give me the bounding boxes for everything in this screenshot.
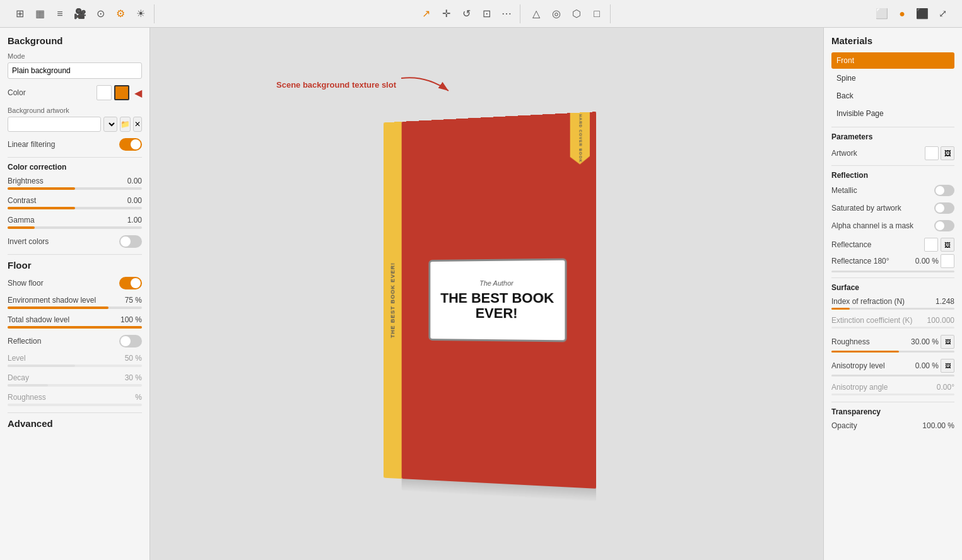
color-swatch-orange[interactable]	[114, 85, 129, 100]
toolbar: ⊞ ▦ ≡ 🎥 ⊙ ⚙ ☀ ↗ ✛ ↺ ⊡ ⋯ △ ◎ ⬡ □ ⬜ ● ⬛ ⤢	[0, 0, 962, 28]
contrast-value: 0.00	[127, 196, 142, 205]
material-item-front[interactable]: Front	[831, 52, 954, 69]
gamma-value: 1.00	[127, 216, 142, 225]
invert-colors-toggle[interactable]	[119, 235, 142, 248]
cursor-icon[interactable]: ↗	[416, 4, 435, 23]
artwork-param-label: Artwork	[831, 149, 857, 158]
settings-icon[interactable]: ⚙	[111, 4, 130, 23]
divider-3	[8, 412, 142, 413]
gamma-label: Gamma	[8, 216, 35, 225]
contrast-fill	[8, 207, 75, 209]
anisotropy-angle-label: Anisotropy angle	[831, 383, 888, 392]
move-icon[interactable]: ✛	[437, 4, 455, 23]
rotate-icon[interactable]: ↺	[457, 4, 476, 23]
book-ribbon-text: HARD COVER BOOK	[570, 112, 589, 165]
total-shadow-label: Total shadow level	[8, 315, 69, 324]
menu-icon[interactable]: ≡	[50, 4, 69, 23]
alpha-toggle[interactable]	[934, 220, 954, 231]
reflectance-180-value: 0.00 %	[915, 257, 939, 265]
contrast-label: Contrast	[8, 196, 36, 205]
light-icon[interactable]: ☀	[131, 4, 150, 23]
level-track	[8, 365, 142, 367]
grid-large-icon[interactable]: ▦	[30, 4, 49, 23]
roughness-fill	[831, 351, 899, 353]
artwork-input[interactable]	[8, 117, 101, 132]
right-tools: ⬜ ● ⬛ ⤢	[869, 4, 956, 23]
roughness-track	[831, 351, 954, 353]
mode-dropdown[interactable]: Plain background	[8, 62, 142, 79]
cube-icon[interactable]: ⬜	[872, 4, 891, 23]
frame-icon[interactable]: ⬛	[913, 4, 932, 23]
material-item-back[interactable]: Back	[831, 88, 954, 104]
book-front: HARD COVER BOOK The Author THE BEST BOOK…	[401, 112, 596, 489]
artwork-clear-btn[interactable]: ✕	[133, 117, 142, 132]
color-correction-title: Color correction	[8, 163, 142, 172]
total-shadow-row: Total shadow level 100 %	[8, 315, 142, 329]
reflectance-180-box[interactable]	[941, 254, 954, 268]
anisotropy-angle-track	[831, 394, 954, 395]
scale-icon[interactable]: ⊡	[477, 4, 496, 23]
linear-filtering-label: Linear filtering	[8, 140, 55, 149]
target-icon[interactable]: ⊙	[91, 4, 110, 23]
reflectance-swatch[interactable]	[924, 238, 938, 252]
saturated-toggle[interactable]	[934, 202, 954, 214]
anisotropy-img-btn[interactable]: 🖼	[941, 359, 954, 373]
artwork-swatch[interactable]	[925, 146, 939, 160]
square-outline-icon[interactable]: □	[587, 4, 606, 23]
video-icon[interactable]: 🎥	[71, 4, 90, 23]
circle-target-icon[interactable]: ◎	[547, 4, 566, 23]
extinction-row: Extinction coefficient (K) 100.000	[831, 316, 954, 329]
color-swatch-white[interactable]	[97, 85, 112, 100]
book-spine-text: THE BEST BOOK EVER!	[389, 262, 395, 338]
orange-sphere-icon[interactable]: ●	[893, 4, 912, 23]
anisotropy-label: Anisotropy level	[831, 361, 885, 370]
reflectance-img-btn[interactable]: 🖼	[941, 238, 954, 252]
artwork-row: 📁 ✕	[8, 117, 142, 132]
material-item-spine[interactable]: Spine	[831, 70, 954, 86]
env-shadow-label: Environment shadow level	[8, 296, 96, 305]
artwork-img-btn[interactable]: 🖼	[941, 146, 954, 160]
roughness-value: 30.00 %	[911, 337, 939, 346]
mode-label: Mode	[8, 52, 142, 60]
brightness-track	[8, 187, 142, 190]
roughness-img-btn[interactable]: 🖼	[941, 335, 954, 349]
show-floor-toggle[interactable]	[119, 277, 142, 289]
reflection-toggle[interactable]	[119, 335, 142, 347]
color-label: Color	[8, 88, 94, 97]
opacity-row: Opacity 100.00 %	[831, 421, 954, 430]
linear-filtering-toggle[interactable]	[119, 138, 142, 151]
material-item-invisible[interactable]: Invisible Page	[831, 105, 954, 122]
triangle-icon[interactable]: △	[527, 4, 546, 23]
decay-fill	[8, 384, 48, 387]
grid-small-icon[interactable]: ⊞	[10, 4, 29, 23]
arrows-icon[interactable]: ⤢	[933, 4, 952, 23]
annotation-text: Scene background texture slot	[276, 80, 396, 90]
anisotropy-track	[831, 375, 954, 376]
viewport[interactable]: Scene background texture slot THE BEST B…	[150, 28, 823, 560]
metallic-toggle[interactable]	[934, 185, 954, 196]
linear-filtering-row: Linear filtering	[8, 138, 142, 151]
alpha-label: Alpha channel is a mask	[831, 221, 913, 230]
env-shadow-track	[8, 306, 142, 309]
anisotropy-value: 0.00 %	[915, 361, 939, 370]
parameters-title: Parameters	[831, 132, 954, 141]
reflection-title: Reflection	[831, 171, 954, 180]
artwork-folder-btn[interactable]: 📁	[120, 117, 131, 132]
divider-2	[8, 254, 142, 255]
roughness-floor-label: Roughness	[8, 393, 46, 402]
hexagon-icon[interactable]: ⬡	[567, 4, 586, 23]
left-tools: ⊞ ▦ ≡ 🎥 ⊙ ⚙ ☀	[6, 4, 155, 23]
metallic-label: Metallic	[831, 186, 857, 195]
left-panel: Background Mode Plain background Color ◀…	[0, 28, 150, 560]
invert-colors-label: Invert colors	[8, 237, 49, 246]
right-panel: Materials Front Spine Back Invisible Pag…	[823, 28, 962, 560]
divider-1	[8, 157, 142, 158]
artwork-type-select[interactable]	[103, 117, 117, 132]
mode-row: Plain background	[8, 62, 142, 79]
annotation: Scene background texture slot	[276, 72, 452, 97]
total-shadow-value: 100 %	[120, 315, 142, 324]
nodes-icon[interactable]: ⋯	[497, 4, 516, 23]
env-shadow-fill	[8, 306, 109, 309]
ior-track	[831, 308, 954, 310]
extinction-label: Extinction coefficient (K)	[831, 316, 913, 325]
